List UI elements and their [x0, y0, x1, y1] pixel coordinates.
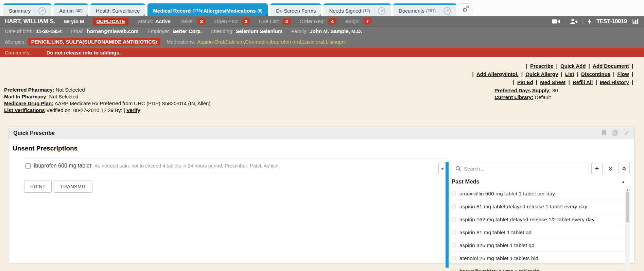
allergy-badge[interactable]: PENICILLINS, SULFA(SULFONAMIDE ANTIBIOTI… [28, 38, 160, 46]
current-library-row: Current Library: Default [494, 94, 634, 101]
add-allergy-link[interactable]: Add Allergy/Intol. [476, 71, 519, 77]
collapse-all-button[interactable] [619, 163, 630, 174]
panel-title: Quick Prescribe [13, 130, 55, 136]
med-sheet-link[interactable]: Med Sheet [540, 79, 565, 85]
flow-link[interactable]: Flow [617, 71, 629, 77]
tab-health-label: Health Surveillance [96, 8, 140, 14]
tab-dogear-icon [142, 14, 145, 16]
med-bullet-icon [452, 230, 456, 235]
employer-label: Employer: [147, 28, 171, 34]
quick-allergy-link[interactable]: Quick Allergy [525, 71, 558, 77]
medicare-drug-plan-row: Medicare Drug Plan: AARP Medicare Rx Pre… [4, 100, 210, 107]
search-input[interactable] [464, 166, 585, 172]
add-med-button[interactable]: + [591, 163, 603, 174]
preferred-pharmacy-label[interactable]: Preferred Pharmacy: [4, 87, 54, 93]
current-library-label[interactable]: Current Library: [494, 94, 533, 100]
esign-count-badge[interactable]: 7 [363, 18, 371, 25]
edit-pencil-icon[interactable] [624, 130, 630, 136]
pat-ed-link[interactable]: Pat Ed [517, 79, 533, 85]
med-history-link[interactable]: Med History [600, 79, 629, 85]
settings-button[interactable]: ⚙ ⚙ [459, 3, 471, 16]
med-list-item[interactable]: aspirin 81 mg tablet 1 tablet qd [452, 226, 624, 239]
tab-needs-signed[interactable]: Needs Signed (12) ↗ [324, 3, 391, 16]
medication-link[interactable]: Aspirin Oral [197, 39, 224, 45]
tab-admin[interactable]: Admin (40) [54, 3, 88, 16]
verify-link[interactable]: Verify [126, 107, 140, 113]
tab-medrec-label: Medical Record [153, 8, 191, 14]
medication-link[interactable]: Coumadin [245, 39, 268, 45]
tab-health-surveillance[interactable]: Health Surveillance [90, 3, 145, 16]
med-item-label: aspirin 81 mg tablet 1 tablet qd [459, 229, 532, 236]
mail-in-pharmacy-label[interactable]: Mail-In Pharmacy: [4, 94, 48, 99]
add-document-link[interactable]: Add Document [593, 63, 629, 69]
scroll-up-button[interactable]: ▲ [625, 187, 630, 192]
refill-all-link[interactable]: Refill All [573, 79, 593, 85]
med-list-item[interactable]: atenolol 25 mg tablet 1 tablets bid [452, 252, 624, 265]
video-camera-icon[interactable] [552, 19, 560, 24]
tab-summary[interactable]: Summary ↗ [3, 3, 51, 16]
esign-label: eSign: [345, 18, 360, 24]
medication-link[interactable]: Calcium [225, 39, 244, 45]
due-list-count-badge[interactable]: 4 [282, 18, 291, 25]
search-box[interactable] [452, 163, 589, 174]
meds-scrollbar[interactable]: ▲ ▼ [625, 187, 630, 271]
list-link[interactable]: List [565, 71, 574, 77]
medication-link[interactable]: ibuprofen oral [270, 39, 301, 45]
bar-chart-icon[interactable] [632, 18, 639, 24]
documents-icon[interactable] [612, 130, 618, 136]
order-req-count-badge[interactable]: 4 [328, 18, 336, 25]
medicare-drug-plan-label[interactable]: Medicare Drug Plan: [4, 100, 53, 106]
external-link-icon[interactable]: ↗ [38, 7, 46, 15]
add-person-icon[interactable] [570, 18, 578, 24]
expand-all-button[interactable] [605, 163, 616, 174]
tab-medical-record[interactable]: Medical Record (173): Allergies/Medicati… [147, 3, 268, 16]
med-list-item[interactable]: boswellin tablet 250mg 1 tablet tid [452, 265, 624, 271]
main-content: | Prescribe | Quick Add | Add Document |… [0, 57, 644, 271]
duplicate-badge[interactable]: DUPLICATE [93, 18, 128, 25]
pipe: | [472, 71, 474, 77]
med-bullet-icon [452, 191, 456, 196]
transmit-button[interactable]: TRANSMIT [54, 180, 92, 193]
discontinue-link[interactable]: Discontinue [581, 71, 610, 77]
scrollbar-thumb[interactable] [626, 192, 629, 222]
list-verifications-label[interactable]: List Verifications [4, 107, 45, 113]
medication-link[interactable]: Lasix oral [302, 39, 324, 45]
med-list-item[interactable]: aspirin 325 mg tablet 1 tablet qd [452, 239, 624, 252]
tab-documents[interactable]: Documents (281) ↗ [393, 3, 456, 16]
email-value: horner@mieweb.com [87, 28, 138, 34]
rx-details: As needed pain, not to exceed 4 tablets … [94, 163, 278, 169]
past-meds-header[interactable]: Past Meds ▲ [452, 178, 630, 187]
pipe: | [513, 79, 515, 85]
med-bullet-icon [452, 217, 456, 222]
quick-add-link[interactable]: Quick Add [560, 63, 586, 69]
tab-summary-label: Summary [9, 8, 31, 14]
external-link-icon[interactable]: ↗ [443, 7, 451, 15]
open-enc-count-badge[interactable]: 2 [242, 18, 250, 25]
rx-checkbox[interactable] [25, 163, 31, 169]
pipe: | [536, 79, 537, 85]
due-list-label: Due List: [259, 18, 279, 24]
med-list-item[interactable]: amoxicillin 500 mg tablet 1 tablet per d… [452, 187, 624, 200]
med-list-item[interactable]: aspirin 162 mg tablet,delayed release 1/… [452, 213, 624, 226]
meds-list: amoxicillin 500 mg tablet 1 tablet per d… [452, 187, 624, 271]
sort-ascending-icon[interactable]: ▲ [622, 180, 625, 184]
medication-link[interactable]: Lisinopril [326, 39, 346, 45]
pipe: | [632, 71, 633, 77]
med-list-item[interactable]: aspirin 81 mg tablet,delayed release 1 t… [452, 200, 624, 213]
medicare-drug-plan-value: AARP Medicare Rx Preferred from UHC (PDP… [54, 100, 210, 106]
tab-medrec-subcount: (6) [257, 9, 262, 13]
days-supply-label[interactable]: Preferred Days Supply: [494, 87, 551, 93]
meds-list-wrap: amoxicillin 500 mg tablet 1 tablet per d… [452, 187, 630, 271]
collapse-left-icon: ◀ [441, 167, 443, 170]
pipe: | [595, 79, 597, 85]
ehr-page: Summary ↗ Admin (40) Health Surveillance… [0, 0, 644, 271]
tasks-count-badge[interactable]: 3 [197, 18, 205, 25]
collapse-panel-button[interactable]: ◀ [438, 163, 446, 174]
tab-on-screen-forms[interactable]: On Screen Forms [270, 3, 321, 16]
email-label: Email: [71, 28, 85, 34]
lightning-bolt-icon[interactable] [588, 18, 592, 25]
external-link-icon[interactable]: ↗ [378, 7, 385, 15]
prescribe-link[interactable]: Prescribe [530, 63, 553, 69]
bookmark-icon[interactable] [602, 130, 606, 136]
print-button[interactable]: PRINT [24, 180, 52, 193]
